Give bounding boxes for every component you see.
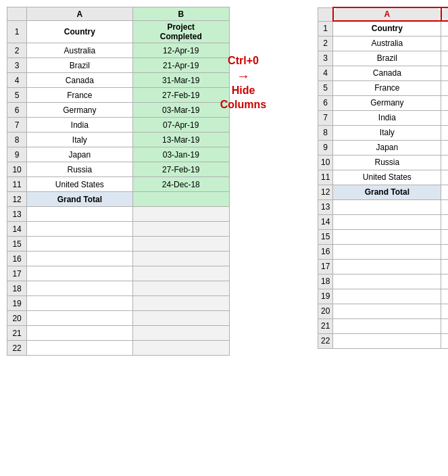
left-country-cell-16	[27, 252, 132, 266]
right-country-cell-22	[333, 333, 441, 348]
left-project-cell-1: ProjectCompleted	[132, 21, 229, 43]
right-country-cell-10: Russia	[333, 155, 441, 170]
right-col-c-header: C	[441, 7, 448, 21]
left-row-num-12: 12	[7, 192, 27, 207]
right-country-cell-15	[333, 229, 441, 244]
left-country-cell-18	[27, 281, 132, 296]
right-country-cell-21	[333, 318, 441, 333]
right-country-cell-16	[333, 244, 441, 259]
left-row-header-spacer	[7, 7, 27, 21]
right-c-cell-17	[441, 259, 448, 274]
right-country-cell-17	[333, 259, 441, 274]
right-country-cell-4: Canada	[333, 66, 441, 80]
right-c-cell-4	[441, 66, 448, 80]
right-row-num-1: 1	[318, 21, 333, 36]
left-project-cell-15	[132, 237, 229, 252]
right-c-cell-11	[441, 170, 448, 185]
left-country-cell-3: Brazil	[27, 58, 132, 73]
right-col-a-header: A	[333, 7, 441, 21]
right-row-num-6: 6	[318, 95, 333, 110]
left-spreadsheet: A B 1CountryProjectCompleted2Australia12…	[7, 7, 230, 356]
left-country-cell-1: Country	[27, 21, 132, 43]
left-row-num-4: 4	[7, 73, 27, 88]
right-c-cell-14	[441, 214, 448, 229]
right-country-cell-6: Germany	[333, 95, 441, 110]
left-row-num-16: 16	[7, 252, 27, 266]
left-country-cell-11: United States	[27, 177, 132, 192]
right-row-num-12: 12	[318, 185, 333, 199]
right-c-cell-22	[441, 333, 448, 348]
left-project-cell-13	[132, 207, 229, 222]
right-c-cell-9	[441, 140, 448, 155]
left-country-cell-13	[27, 207, 132, 222]
left-project-cell-10: 27-Feb-19	[132, 162, 229, 177]
right-row-num-8: 8	[318, 125, 333, 140]
left-project-cell-16	[132, 252, 229, 266]
right-c-cell-10	[441, 155, 448, 170]
left-country-cell-20	[27, 311, 132, 326]
right-c-cell-5	[441, 80, 448, 95]
right-country-cell-14	[333, 214, 441, 229]
left-country-cell-2: Australia	[27, 43, 132, 58]
left-row-num-20: 20	[7, 311, 27, 326]
right-country-cell-19	[333, 289, 441, 304]
right-c-cell-18	[441, 274, 448, 289]
right-country-cell-7: India	[333, 110, 441, 125]
hide-columns-label: HideColumns	[220, 84, 266, 112]
left-row-num-3: 3	[7, 58, 27, 73]
right-row-num-10: 10	[318, 155, 333, 170]
left-col-a-header: A	[27, 7, 132, 21]
left-country-cell-7: India	[27, 118, 132, 133]
right-c-cell-7	[441, 110, 448, 125]
left-row-num-15: 15	[7, 237, 27, 252]
left-row-num-13: 13	[7, 207, 27, 222]
left-row-num-7: 7	[7, 118, 27, 133]
left-country-cell-5: France	[27, 88, 132, 103]
right-c-cell-21	[441, 318, 448, 333]
left-row-num-2: 2	[7, 43, 27, 58]
left-project-cell-20	[132, 311, 229, 326]
right-c-cell-15	[441, 229, 448, 244]
left-project-cell-14	[132, 222, 229, 237]
left-row-num-17: 17	[7, 266, 27, 281]
right-row-num-5: 5	[318, 80, 333, 95]
right-row-num-17: 17	[318, 259, 333, 274]
right-c-cell-13	[441, 199, 448, 214]
left-country-cell-8: Italy	[27, 133, 132, 147]
left-project-cell-18	[132, 281, 229, 296]
right-row-num-18: 18	[318, 274, 333, 289]
left-project-cell-8: 13-Mar-19	[132, 133, 229, 147]
right-row-num-22: 22	[318, 333, 333, 348]
right-row-num-11: 11	[318, 170, 333, 185]
right-row-num-20: 20	[318, 304, 333, 318]
right-c-cell-1	[441, 21, 448, 36]
left-project-cell-17	[132, 266, 229, 281]
right-c-cell-2	[441, 36, 448, 51]
arrow-icon: →	[237, 68, 250, 84]
right-row-num-13: 13	[318, 199, 333, 214]
right-row-num-14: 14	[318, 214, 333, 229]
left-country-cell-17	[27, 266, 132, 281]
right-country-cell-20	[333, 304, 441, 318]
right-country-cell-2: Australia	[333, 36, 441, 51]
left-project-cell-22	[132, 341, 229, 356]
left-project-cell-11: 24-Dec-18	[132, 177, 229, 192]
left-row-num-9: 9	[7, 147, 27, 162]
left-project-cell-7: 07-Apr-19	[132, 118, 229, 133]
right-c-cell-6	[441, 95, 448, 110]
right-row-num-16: 16	[318, 244, 333, 259]
left-country-cell-6: Germany	[27, 103, 132, 118]
right-c-cell-3	[441, 51, 448, 66]
left-country-cell-14	[27, 222, 132, 237]
left-country-cell-15	[27, 237, 132, 252]
left-row-num-22: 22	[7, 341, 27, 356]
left-project-cell-9: 03-Jan-19	[132, 147, 229, 162]
left-row-num-21: 21	[7, 326, 27, 341]
left-col-b-header: B	[132, 7, 229, 21]
left-country-cell-10: Russia	[27, 162, 132, 177]
ctrl-shortcut-text: Ctrl+0	[228, 54, 259, 68]
right-row-num-21: 21	[318, 318, 333, 333]
right-country-cell-5: France	[333, 80, 441, 95]
right-c-cell-19	[441, 289, 448, 304]
left-row-num-5: 5	[7, 88, 27, 103]
